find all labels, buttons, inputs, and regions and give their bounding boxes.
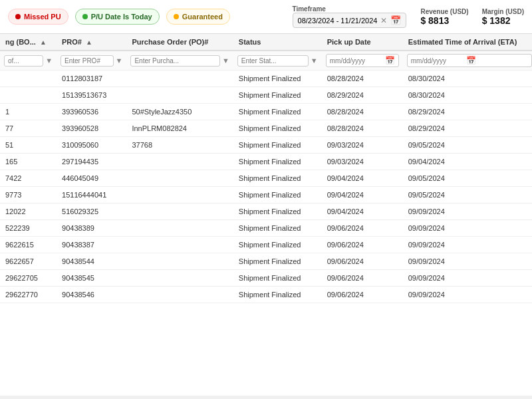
table-row[interactable]: 522239 90438389 Shipment Finalized 09/06… bbox=[0, 220, 532, 237]
margin-label: Margin (USD) bbox=[482, 8, 524, 15]
table-row[interactable]: 1 393960536 50#StyleJazz4350 Shipment Fi… bbox=[0, 104, 532, 120]
table-row[interactable]: 9622657 90438544 Shipment Finalized 09/0… bbox=[0, 253, 532, 270]
filter-pickup-input[interactable] bbox=[330, 57, 383, 65]
col-pickup-label: Pick up Date bbox=[327, 38, 371, 46]
cell-status: Shipment Finalized bbox=[233, 70, 322, 87]
table-row[interactable]: 12022 516029325 Shipment Finalized 09/04… bbox=[0, 203, 532, 220]
filter-eta-calendar-icon[interactable]: 📅 bbox=[466, 56, 476, 65]
filter-po-icon[interactable]: ▼ bbox=[222, 57, 229, 65]
cell-eta: 09/09/2024 bbox=[403, 220, 532, 237]
table-row[interactable]: 165 297194435 Shipment Finalized 09/03/2… bbox=[0, 154, 532, 170]
filter-pro: ▼ bbox=[57, 51, 126, 70]
margin-item: Margin (USD) $ 1382 bbox=[482, 8, 524, 26]
cell-eta: 08/30/2024 bbox=[403, 70, 532, 87]
cell-bo: 7422 bbox=[0, 170, 57, 187]
cell-bo: 29622705 bbox=[0, 270, 57, 287]
cell-pro: 393960536 bbox=[57, 104, 126, 120]
cell-bo: 77 bbox=[0, 120, 57, 137]
cell-pro: 393960528 bbox=[57, 120, 126, 137]
cell-pro: 90438389 bbox=[57, 220, 126, 237]
cell-po bbox=[126, 87, 233, 104]
cell-bo: 9622615 bbox=[0, 237, 57, 253]
table-row[interactable]: 9773 15116444041 Shipment Finalized 09/0… bbox=[0, 187, 532, 203]
cell-bo: 1 bbox=[0, 104, 57, 120]
cell-pro: 90438545 bbox=[57, 270, 126, 287]
filter-status-icon[interactable]: ▼ bbox=[311, 57, 318, 65]
cell-po bbox=[126, 203, 233, 220]
cell-pickup: 09/04/2024 bbox=[322, 203, 403, 220]
cell-pickup: 09/06/2024 bbox=[322, 220, 403, 237]
today-dot bbox=[82, 14, 88, 19]
table-row[interactable]: 29622770 90438546 Shipment Finalized 09/… bbox=[0, 287, 532, 303]
cell-eta: 08/29/2024 bbox=[403, 120, 532, 137]
cell-pro: 15116444041 bbox=[57, 187, 126, 203]
filter-po-input[interactable] bbox=[130, 55, 220, 66]
col-status-label: Status bbox=[239, 38, 261, 46]
missed-pu-badge[interactable]: Missed PU bbox=[8, 9, 68, 25]
filter-pro-icon[interactable]: ▼ bbox=[116, 57, 123, 65]
col-pro-sort-icon[interactable]: ▲ bbox=[86, 39, 92, 46]
guaranteed-label: Guaranteed bbox=[182, 13, 223, 21]
cell-status: Shipment Finalized bbox=[233, 137, 322, 154]
cell-pickup: 08/28/2024 bbox=[322, 120, 403, 137]
cell-eta: 08/29/2024 bbox=[403, 104, 532, 120]
cell-pro: 310095060 bbox=[57, 137, 126, 154]
revenue-item: Revenue (USD) $ 8813 bbox=[420, 8, 468, 26]
timeframe-title: Timeframe bbox=[293, 5, 326, 13]
cell-pickup: 09/06/2024 bbox=[322, 237, 403, 253]
cell-po bbox=[126, 237, 233, 253]
cell-po bbox=[126, 70, 233, 87]
cell-po bbox=[126, 154, 233, 170]
cell-po bbox=[126, 270, 233, 287]
filter-status-input[interactable] bbox=[237, 55, 309, 66]
cell-pro: 90438544 bbox=[57, 253, 126, 270]
cell-po bbox=[126, 220, 233, 237]
cell-status: Shipment Finalized bbox=[233, 104, 322, 120]
guaranteed-dot bbox=[174, 14, 179, 19]
cell-eta: 09/05/2024 bbox=[403, 170, 532, 187]
cell-bo: 12022 bbox=[0, 203, 57, 220]
timeframe-close-icon[interactable]: ✕ bbox=[380, 16, 387, 25]
table-row[interactable]: 29622705 90438545 Shipment Finalized 09/… bbox=[0, 270, 532, 287]
cell-pickup: 08/28/2024 bbox=[322, 70, 403, 87]
cell-po: InnPLRM082824 bbox=[126, 120, 233, 137]
filter-pickup-calendar-icon[interactable]: 📅 bbox=[385, 56, 395, 65]
cell-bo: 522239 bbox=[0, 220, 57, 237]
timeframe-calendar-icon[interactable]: 📅 bbox=[390, 15, 401, 25]
cell-pro: 15139513673 bbox=[57, 87, 126, 104]
filter-eta-input[interactable] bbox=[411, 57, 464, 65]
table-row[interactable]: 15139513673 Shipment Finalized 08/29/202… bbox=[0, 87, 532, 104]
cell-status: Shipment Finalized bbox=[233, 187, 322, 203]
cell-pickup: 09/03/2024 bbox=[322, 154, 403, 170]
today-badge[interactable]: P/U Date Is Today bbox=[75, 9, 160, 25]
margin-value: $ 1382 bbox=[482, 15, 511, 26]
cell-status: Shipment Finalized bbox=[233, 170, 322, 187]
filter-pro-input[interactable] bbox=[61, 55, 114, 66]
filter-pickup: 📅 bbox=[322, 51, 403, 70]
cell-pro: 0112803187 bbox=[57, 70, 126, 87]
filter-bo-icon[interactable]: ▼ bbox=[45, 57, 53, 65]
col-status: Status bbox=[233, 34, 322, 51]
col-po: Purchase Order (PO)# bbox=[126, 34, 233, 51]
shipments-table: ng (BO... ▲ PRO# ▲ Purchase Order (PO)# … bbox=[0, 34, 532, 303]
cell-status: Shipment Finalized bbox=[233, 287, 322, 303]
cell-pro: 90438387 bbox=[57, 237, 126, 253]
cell-pickup: 08/28/2024 bbox=[322, 104, 403, 120]
table-header-row: ng (BO... ▲ PRO# ▲ Purchase Order (PO)# … bbox=[0, 34, 532, 51]
col-po-label: Purchase Order (PO)# bbox=[132, 38, 208, 46]
table-row[interactable]: 0112803187 Shipment Finalized 08/28/2024… bbox=[0, 70, 532, 87]
timeframe-value[interactable]: 08/23/2024 - 11/21/2024 ✕ 📅 bbox=[293, 13, 407, 28]
table-row[interactable]: 9622615 90438387 Shipment Finalized 09/0… bbox=[0, 237, 532, 253]
guaranteed-badge[interactable]: Guaranteed bbox=[166, 9, 230, 25]
filter-eta: 📅 bbox=[403, 51, 532, 70]
table-row[interactable]: 7422 446045049 Shipment Finalized 09/04/… bbox=[0, 170, 532, 187]
cell-po: 50#StyleJazz4350 bbox=[126, 104, 233, 120]
col-pickup: Pick up Date bbox=[322, 34, 403, 51]
cell-eta: 09/09/2024 bbox=[403, 287, 532, 303]
cell-status: Shipment Finalized bbox=[233, 87, 322, 104]
table-row[interactable]: 77 393960528 InnPLRM082824 Shipment Fina… bbox=[0, 120, 532, 137]
col-bo: ng (BO... ▲ bbox=[0, 34, 57, 51]
table-row[interactable]: 51 310095060 37768 Shipment Finalized 09… bbox=[0, 137, 532, 154]
col-bo-sort-icon[interactable]: ▲ bbox=[40, 39, 47, 46]
filter-bo-input[interactable] bbox=[4, 55, 43, 66]
